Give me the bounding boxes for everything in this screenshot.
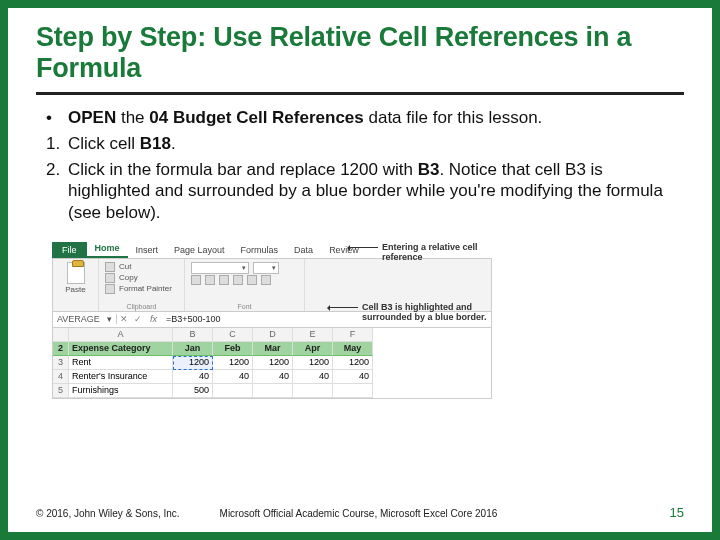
ref-b3: B3 <box>418 160 440 179</box>
col-header-c[interactable]: C <box>213 328 253 342</box>
bold-icon[interactable] <box>191 275 201 285</box>
font-size-select[interactable]: ▾ <box>253 262 279 274</box>
brush-icon <box>105 284 115 294</box>
enter-icon[interactable]: ✓ <box>131 314 145 324</box>
copy-icon <box>105 273 115 283</box>
row-header[interactable]: 2 <box>53 342 69 356</box>
fill-color-icon[interactable] <box>247 275 257 285</box>
table-row: 2Expense CategoryJanFebMarAprMay <box>53 342 491 356</box>
chevron-down-icon: ▾ <box>107 314 112 324</box>
cell[interactable] <box>213 384 253 398</box>
tab-home[interactable]: Home <box>87 240 128 258</box>
col-header-a[interactable]: A <box>69 328 173 342</box>
step2-text: Click in the formula bar and replace 120… <box>68 159 684 224</box>
table-row: 5Furnishings500 <box>53 384 491 398</box>
cell[interactable]: Expense Category <box>69 342 173 356</box>
cell[interactable] <box>253 384 293 398</box>
italic-icon[interactable] <box>205 275 215 285</box>
cell[interactable] <box>293 384 333 398</box>
tab-data[interactable]: Data <box>286 242 321 258</box>
select-all-corner[interactable] <box>53 328 69 342</box>
callout-arrow-icon <box>348 247 378 248</box>
cell[interactable] <box>333 384 373 398</box>
bullet-text: OPEN the 04 Budget Cell References data … <box>68 107 684 129</box>
open-word: OPEN <box>68 108 116 127</box>
format-painter-button[interactable]: Format Painter <box>105 284 178 294</box>
underline-icon[interactable] <box>219 275 229 285</box>
slide-number: 15 <box>670 505 684 520</box>
cell[interactable]: Jan <box>173 342 213 356</box>
step-1: 1. Click cell B18. <box>42 133 684 155</box>
step1-marker: 1. <box>42 133 68 155</box>
callout-b3-highlight: Cell B3 is highlighted and surrounded by… <box>362 302 502 323</box>
cell[interactable]: 1200 <box>293 356 333 370</box>
cell[interactable]: 40 <box>333 370 373 384</box>
cell[interactable]: 500 <box>173 384 213 398</box>
ribbon-clipboard-group: Cut Copy Format Painter Clipboard <box>99 259 185 311</box>
callout-arrow-icon <box>328 307 358 308</box>
step-bullet: • OPEN the 04 Budget Cell References dat… <box>42 107 684 129</box>
steps-list: • OPEN the 04 Budget Cell References dat… <box>36 107 684 224</box>
cell[interactable]: Feb <box>213 342 253 356</box>
chevron-down-icon: ▾ <box>242 264 246 272</box>
file-name: 04 Budget Cell References <box>149 108 363 127</box>
cell[interactable]: May <box>333 342 373 356</box>
step-2: 2. Click in the formula bar and replace … <box>42 159 684 224</box>
step2-marker: 2. <box>42 159 68 224</box>
table-row: 3Rent12001200120012001200 <box>53 356 491 370</box>
cell[interactable]: 40 <box>253 370 293 384</box>
course-text: Microsoft Official Academic Course, Micr… <box>180 508 670 519</box>
cell[interactable]: 40 <box>213 370 253 384</box>
paste-button[interactable]: Paste <box>59 262 92 294</box>
table-row: 4Renter's Insurance4040404040 <box>53 370 491 384</box>
cell[interactable]: 1200 <box>253 356 293 370</box>
ribbon-font-group: ▾ ▾ Font <box>185 259 305 311</box>
step1-text: Click cell B18. <box>68 133 684 155</box>
cell-b18: B18 <box>140 134 171 153</box>
cell[interactable]: 40 <box>173 370 213 384</box>
cell[interactable]: Furnishings <box>69 384 173 398</box>
worksheet-grid[interactable]: A B C D E F 2Expense CategoryJanFebMarAp… <box>52 328 492 399</box>
font-group-label: Font <box>191 303 298 310</box>
cell[interactable]: 1200 <box>213 356 253 370</box>
cell[interactable]: Apr <box>293 342 333 356</box>
ribbon-paste-group: Paste <box>53 259 99 311</box>
formula-input[interactable]: =B3+500-100 <box>162 314 225 324</box>
row-header[interactable]: 3 <box>53 356 69 370</box>
bullet-marker: • <box>42 107 68 129</box>
tab-file[interactable]: File <box>52 242 87 258</box>
slide-footer: © 2016, John Wiley & Sons, Inc. Microsof… <box>36 505 684 520</box>
tab-page-layout[interactable]: Page Layout <box>166 242 233 258</box>
fx-icon[interactable]: fx <box>145 314 162 324</box>
row-header[interactable]: 4 <box>53 370 69 384</box>
cell[interactable]: Renter's Insurance <box>69 370 173 384</box>
tab-formulas[interactable]: Formulas <box>233 242 287 258</box>
tab-insert[interactable]: Insert <box>128 242 167 258</box>
copy-button[interactable]: Copy <box>105 273 178 283</box>
chevron-down-icon: ▾ <box>272 264 276 272</box>
clipboard-group-label: Clipboard <box>105 303 178 310</box>
title-rule <box>36 92 684 95</box>
border-icon[interactable] <box>233 275 243 285</box>
cell[interactable]: 1200 <box>173 356 213 370</box>
copyright-text: © 2016, John Wiley & Sons, Inc. <box>36 508 180 519</box>
cell[interactable]: Rent <box>69 356 173 370</box>
col-header-b[interactable]: B <box>173 328 213 342</box>
font-family-select[interactable]: ▾ <box>191 262 249 274</box>
col-header-d[interactable]: D <box>253 328 293 342</box>
col-header-f[interactable]: F <box>333 328 373 342</box>
cancel-icon[interactable]: ✕ <box>117 314 131 324</box>
col-header-e[interactable]: E <box>293 328 333 342</box>
column-headers: A B C D E F <box>53 328 491 342</box>
row-header[interactable]: 5 <box>53 384 69 398</box>
slide: Step by Step: Use Relative Cell Referenc… <box>8 8 712 532</box>
font-color-icon[interactable] <box>261 275 271 285</box>
excel-screenshot: Entering a relative cell reference Cell … <box>52 240 492 399</box>
cell[interactable]: 1200 <box>333 356 373 370</box>
cell[interactable]: Mar <box>253 342 293 356</box>
cell[interactable]: 40 <box>293 370 333 384</box>
name-box[interactable]: AVERAGE ▾ <box>53 314 117 324</box>
scissors-icon <box>105 262 115 272</box>
slide-title: Step by Step: Use Relative Cell Referenc… <box>36 22 684 84</box>
cut-button[interactable]: Cut <box>105 262 178 272</box>
